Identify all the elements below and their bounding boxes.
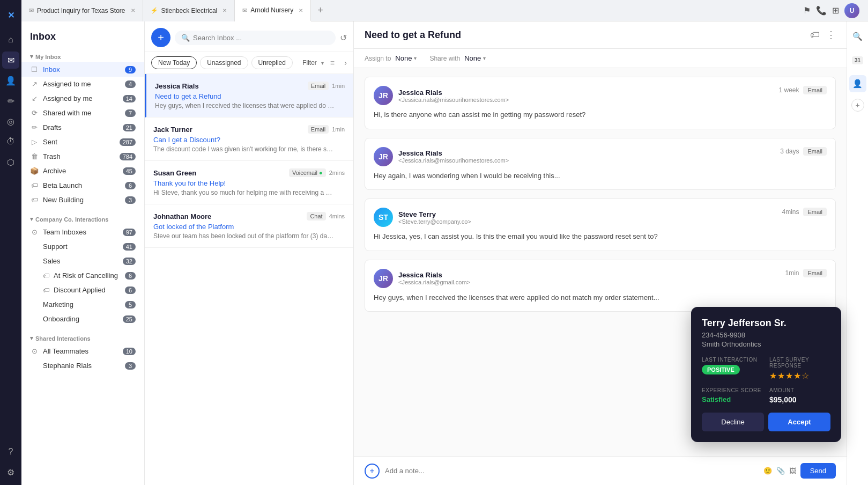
nav-home[interactable]: ⌂ [2, 31, 19, 48]
nav-help[interactable]: ? [2, 443, 19, 460]
sidebar-item-marketing[interactable]: Marketing 5 [21, 297, 144, 312]
msg-time-2: 3 days [780, 148, 799, 155]
contact-phone: 234-456-9908 [702, 331, 830, 339]
compose-image-icon[interactable]: 🖼 [789, 467, 796, 475]
more-actions-button[interactable]: ⋮ [826, 29, 836, 41]
sidebar-item-support[interactable]: Support 41 [21, 239, 144, 254]
msg-sender-3: Steve Terry [398, 210, 471, 218]
tag-button[interactable]: 🏷 [810, 30, 820, 41]
experience-score-label: EXPERIENCE SCORE [702, 387, 763, 393]
tab-product-inquiry[interactable]: ✉ Product Inquiry for Texas Store ✕ [21, 0, 143, 21]
sidebar-item-beta-launch[interactable]: 🏷 Beta Launch 6 [21, 178, 144, 193]
sidebar-item-assigned-to-me[interactable]: ↗ Assigned to me 4 [21, 77, 144, 91]
inbox-badge: 9 [125, 66, 136, 74]
compose-button[interactable]: + [151, 28, 170, 47]
sidebar-item-all-teammates[interactable]: ⊙ All Teammates 10 [21, 344, 144, 358]
right-notification-icon[interactable]: 31 [849, 52, 866, 69]
chevron-down-icon-2: ▾ [30, 216, 33, 223]
avatar-4: JR [374, 269, 393, 288]
compose-input[interactable] [385, 467, 758, 475]
header-flag-icon[interactable]: ⚑ [803, 5, 811, 16]
msg-email-3: <Steve.terry@company.co> [398, 218, 471, 225]
nav-clock[interactable]: ⏱ [2, 133, 19, 150]
assign-to-label: Assign to [365, 55, 391, 62]
sidebar-item-trash[interactable]: 🗑 Trash 784 [21, 149, 144, 164]
tab-stienbeck[interactable]: ⚡ Stienbeck Electrical ✕ [143, 0, 235, 21]
conversation-item-4[interactable]: Johnathan Moore Chat 4mins Got locked of… [145, 204, 353, 248]
nav-integration[interactable]: ⬡ [2, 153, 19, 171]
accept-button[interactable]: Accept [768, 413, 830, 431]
tab-close-2[interactable]: ✕ [222, 8, 227, 13]
sidebar-item-onboarding[interactable]: Onboarding 25 [21, 312, 144, 326]
conversation-item-2[interactable]: Jack Turner Email 1min Can I get a Disco… [145, 117, 353, 161]
header-apps-icon[interactable]: ⊞ [832, 5, 839, 16]
add-note-button[interactable]: + [365, 464, 380, 479]
stars: ★★★★☆ [769, 371, 830, 381]
search-input[interactable] [193, 34, 329, 42]
decline-button[interactable]: Decline [702, 413, 764, 431]
right-contacts-icon[interactable]: 👤 [849, 75, 866, 92]
tab-add[interactable]: + [311, 5, 330, 16]
unreplied-chip[interactable]: Unreplied [251, 56, 293, 69]
conv-preview-1: Hey guys, when I received the licenses t… [155, 102, 337, 109]
sidebar-item-inbox[interactable]: ☐ Inbox 9 [21, 62, 144, 77]
compose-attach-icon[interactable]: 📎 [776, 467, 785, 475]
shared-badge: 7 [125, 109, 136, 117]
sidebar-item-new-building[interactable]: 🏷 New Building 3 [21, 193, 144, 207]
tab-close-3[interactable]: ✕ [299, 8, 303, 13]
sidebar-item-discount[interactable]: 🏷 Discount Applied 6 [21, 283, 144, 297]
team-icon: ⊙ [30, 228, 39, 236]
msg-body-3: Hi Jessica, yes, I can assist you. Is th… [374, 231, 827, 242]
unassigned-chip[interactable]: Unassigned [200, 56, 248, 69]
sidebar-item-sent[interactable]: ▷ Sent 287 [21, 135, 144, 149]
conversation-item-3[interactable]: Susan Green Voicemail ● 2mins Thank you … [145, 161, 353, 204]
nav-logo[interactable]: ✕ [2, 6, 19, 24]
nav-inbox[interactable]: ✉ [2, 52, 19, 69]
refresh-button[interactable]: ↺ [340, 33, 347, 43]
conv-time-1: 1min [332, 83, 345, 89]
send-button[interactable]: Send [800, 463, 836, 479]
sidebar-item-drafts[interactable]: ✏ Drafts 21 [21, 120, 144, 135]
sidebar-item-stephanie[interactable]: Stephanie Rials 3 [21, 358, 144, 373]
chip-arrow[interactable]: › [344, 58, 347, 67]
sales-badge: 32 [123, 258, 136, 265]
sort-icon[interactable]: ≡ [330, 58, 335, 67]
assign-to-dropdown[interactable]: None ▾ [395, 54, 417, 62]
nav-compose[interactable]: ✏ [2, 92, 19, 109]
sidebar-item-at-risk[interactable]: 🏷 At Risk of Cancelling 6 [21, 268, 144, 283]
share-with-dropdown[interactable]: None ▾ [464, 54, 486, 62]
shared-section[interactable]: ▾ Shared Interactions [21, 330, 144, 344]
inbox-icon: ☐ [30, 65, 39, 74]
trash-badge: 784 [120, 153, 136, 160]
tab-close-1[interactable]: ✕ [131, 8, 135, 13]
conversation-item-1[interactable]: Jessica Rials Email 1min Need to get a R… [145, 74, 353, 117]
header-phone-icon[interactable]: 📞 [816, 5, 827, 16]
filter-button[interactable]: Filter ▾ ≡ [302, 58, 335, 67]
my-inbox-section[interactable]: ▾ My Inbox [21, 49, 144, 62]
nav-target[interactable]: ◎ [2, 113, 19, 130]
assigned-to-me-badge: 4 [125, 80, 136, 88]
sidebar-item-team-inboxes[interactable]: ⊙ Team Inboxes 97 [21, 225, 144, 239]
sidebar-item-assigned-by-me[interactable]: ↙ Assigned by me 14 [21, 91, 144, 106]
message-card-4: JR Jessica Rials <Jessica.rials@gmail.co… [365, 260, 836, 312]
nav-settings[interactable]: ⚙ [2, 464, 19, 481]
nav-contacts[interactable]: 👤 [2, 72, 19, 89]
msg-email-1: <Jessica.rials@missourihomestores.com> [398, 97, 509, 103]
team-badge: 97 [123, 229, 136, 236]
right-search-icon[interactable]: 🔍 [849, 28, 866, 45]
company-section[interactable]: ▾ Company Co. Interactions [21, 211, 144, 225]
msg-time-1: 1 week [778, 86, 799, 94]
last-interaction-value: POSITIVE [702, 365, 763, 374]
msg-time-3: 4mins [782, 208, 799, 216]
compose-emoji-icon[interactable]: 🙂 [763, 467, 772, 475]
contact-company: Smith Orthodontics [702, 340, 830, 348]
last-survey-label: LAST SURVEY RESPONSE [769, 357, 830, 369]
right-add-icon[interactable]: + [851, 99, 864, 112]
sidebar-item-shared-with-me[interactable]: ⟳ Shared with me 7 [21, 106, 144, 120]
user-avatar[interactable]: U [844, 3, 859, 18]
sidebar-item-archive[interactable]: 📦 Archive 45 [21, 164, 144, 178]
tab-arnold[interactable]: ✉ Arnold Nursery ✕ [235, 0, 311, 21]
sidebar-item-sales[interactable]: Sales 32 [21, 254, 144, 268]
marketing-badge: 5 [125, 301, 136, 308]
new-today-chip[interactable]: New Today [151, 56, 197, 69]
